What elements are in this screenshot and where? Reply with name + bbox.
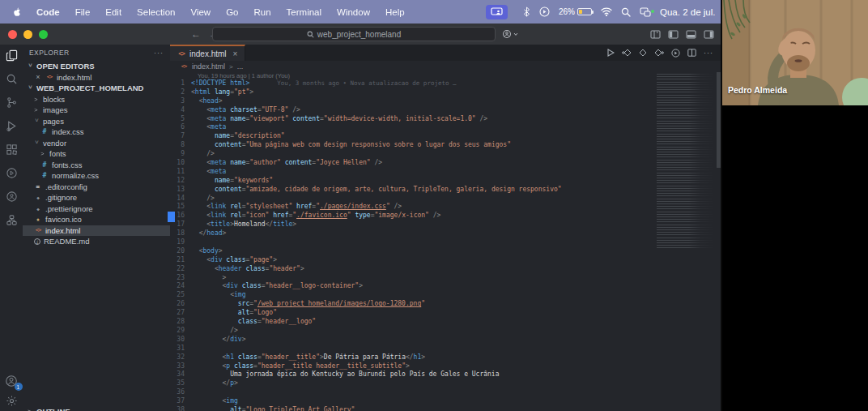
settings-gear-icon[interactable] — [5, 394, 19, 408]
extensions-icon[interactable] — [5, 143, 19, 156]
menu-code[interactable]: Code — [36, 7, 60, 17]
breadcrumb[interactable]: <> index.html > ... — [170, 61, 721, 72]
tree-item-fonts[interactable]: >fonts — [23, 148, 170, 160]
code-line[interactable]: 36 — [170, 388, 721, 397]
code-line[interactable]: 11 <meta — [170, 168, 721, 177]
code-line[interactable]: 17 <title>Homeland</title> — [170, 220, 721, 229]
tree-item-fonts-css[interactable]: #fonts.css — [23, 160, 170, 171]
code-line[interactable]: 22 <header class="header"> — [170, 265, 721, 274]
nav-back-icon[interactable]: ← — [191, 28, 201, 40]
code-line[interactable]: 35 </p> — [170, 379, 721, 388]
run-debug-icon[interactable] — [5, 119, 19, 133]
search-view-icon[interactable] — [5, 72, 19, 86]
explorer-icon[interactable] — [5, 49, 19, 62]
wifi-icon[interactable] — [601, 7, 612, 16]
display-status-icon[interactable] — [640, 7, 651, 17]
code-line[interactable]: 24 <div class="header__logo-container"> — [170, 282, 721, 291]
open-editor-item[interactable]: × <> index.html — [23, 72, 170, 83]
tree-item-favicon-ico[interactable]: ★favicon.ico — [23, 214, 170, 225]
open-editors-section[interactable]: > OPEN EDITORS — [23, 61, 170, 72]
code-line[interactable]: 28 class="header__logo" — [170, 318, 721, 327]
source-control-icon[interactable] — [5, 96, 19, 109]
tree-item-prettierignore[interactable]: ◆.prettierignore — [23, 203, 170, 215]
menu-go[interactable]: Go — [226, 7, 238, 17]
code-line[interactable]: 14 /> — [170, 195, 721, 203]
code-line[interactable]: 29 /> — [170, 327, 721, 336]
code-line[interactable]: 8 content="Uma página web com design res… — [170, 141, 721, 150]
code-line[interactable]: 10 <meta name="author" content="Joyce He… — [170, 159, 721, 168]
code-line[interactable]: 25 <img — [170, 291, 721, 300]
menu-edit[interactable]: Edit — [105, 7, 121, 17]
close-editor-icon[interactable]: × — [34, 73, 42, 81]
code-line[interactable]: 21 <div class="page"> — [170, 256, 721, 265]
live-preview-icon[interactable] — [5, 166, 19, 180]
code-line[interactable]: 19 — [170, 238, 721, 247]
code-line[interactable]: 15 <link rel="stylesheet" href="./pages/… — [170, 203, 721, 212]
code-line[interactable]: 23 > — [170, 274, 721, 283]
screen-sharing-button[interactable] — [486, 5, 508, 19]
spotlight-search-icon[interactable] — [621, 7, 631, 17]
bluetooth-icon[interactable] — [523, 6, 530, 17]
tree-item-images[interactable]: >images — [23, 105, 170, 116]
code-line[interactable]: 5 <meta name="viewport" content="width=d… — [170, 115, 721, 124]
code-editor[interactable]: You, 19 hours ago | 1 author (You) 1<!DO… — [170, 72, 721, 411]
remote-explorer-icon[interactable] — [5, 190, 19, 203]
play-circle-icon[interactable] — [539, 6, 550, 17]
code-line[interactable]: 26 src="/web_project_homeland/images/log… — [170, 300, 721, 309]
code-line[interactable]: 7 name="description" — [170, 132, 721, 141]
code-line[interactable]: 3 <head> — [170, 97, 721, 106]
toggle-secondary-sidebar-icon[interactable] — [704, 30, 714, 39]
previous-change-icon[interactable] — [622, 49, 632, 57]
tree-item-blocks[interactable]: >blocks — [23, 94, 170, 105]
code-line[interactable]: 32 <h1 class="header__title">De Pátria p… — [170, 353, 721, 362]
fullscreen-window-button[interactable] — [39, 30, 48, 39]
code-line[interactable]: 12 name="keywords" — [170, 177, 721, 186]
menu-help[interactable]: Help — [385, 7, 405, 17]
code-line[interactable]: 4 <meta charset="UTF-8" /> — [170, 106, 721, 115]
code-line[interactable]: 33 <p class="header__title header__title… — [170, 362, 721, 371]
apple-logo-icon[interactable] — [11, 6, 22, 18]
code-line[interactable]: 34 Uma jornada épica do Kentucky ao Buru… — [170, 370, 721, 379]
gitlens-codelens[interactable]: You, 19 hours ago | 1 author (You) — [170, 72, 721, 79]
minimap[interactable] — [657, 74, 715, 411]
code-line[interactable]: 30 </div> — [170, 336, 721, 345]
workspace-section[interactable]: > WEB_PROJECT_HOMELAND — [23, 83, 170, 94]
code-line[interactable]: 1<!DOCTYPE html>You, 3 months ago • Nova… — [170, 79, 721, 88]
participant-video[interactable]: Pedro Almeida — [722, 0, 868, 105]
more-actions-icon[interactable]: ··· — [704, 49, 713, 57]
minimize-window-button[interactable] — [23, 30, 32, 39]
run-or-debug-icon[interactable] — [671, 49, 680, 58]
profile-menu[interactable] — [502, 29, 518, 39]
tree-item-pages[interactable]: >pages — [23, 116, 170, 127]
organization-icon[interactable] — [5, 213, 19, 227]
run-file-icon[interactable] — [607, 49, 615, 57]
command-center-search[interactable]: web_project_homeland — [212, 27, 496, 41]
menu-selection[interactable]: Selection — [137, 7, 175, 17]
code-line[interactable]: 16 <link rel="icon" href="./favicon.ico"… — [170, 212, 721, 220]
code-line[interactable]: 18 </head> — [170, 229, 721, 238]
code-line[interactable]: 2<html lang="pt"> — [170, 88, 721, 97]
close-window-button[interactable] — [8, 30, 17, 39]
menu-view[interactable]: View — [190, 7, 211, 17]
code-line[interactable]: 31 — [170, 345, 721, 353]
sidebar-drag-marker[interactable] — [168, 212, 175, 222]
tree-item-index-css[interactable]: #index.css — [23, 126, 170, 138]
tree-item-gitignore[interactable]: ◆.gitignore — [23, 192, 170, 203]
menu-file[interactable]: File — [75, 7, 91, 17]
toggle-panel-icon[interactable] — [686, 30, 696, 39]
menu-window[interactable]: Window — [337, 7, 370, 17]
toggle-primary-sidebar-icon[interactable] — [668, 30, 679, 39]
code-line[interactable]: 13 content="amizade, cidade de origem, a… — [170, 186, 721, 195]
code-line[interactable]: 27 alt="Logo" — [170, 309, 721, 318]
battery-status[interactable]: 26% — [559, 7, 592, 16]
tree-item-index-html[interactable]: <>index.html — [23, 225, 170, 237]
change-diamond-icon[interactable] — [639, 49, 647, 57]
code-line[interactable]: 20 <body> — [170, 247, 721, 256]
account-icon[interactable]: 1 — [5, 374, 19, 387]
next-change-icon[interactable] — [654, 49, 664, 57]
code-line[interactable]: 38 alt="Logo TripleTen Art Gallery" — [170, 406, 721, 411]
split-editor-icon[interactable] — [687, 49, 696, 57]
explorer-more-actions-icon[interactable]: ··· — [154, 49, 164, 57]
tab-close-icon[interactable]: × — [233, 49, 238, 58]
customize-layout-icon[interactable] — [650, 30, 661, 39]
